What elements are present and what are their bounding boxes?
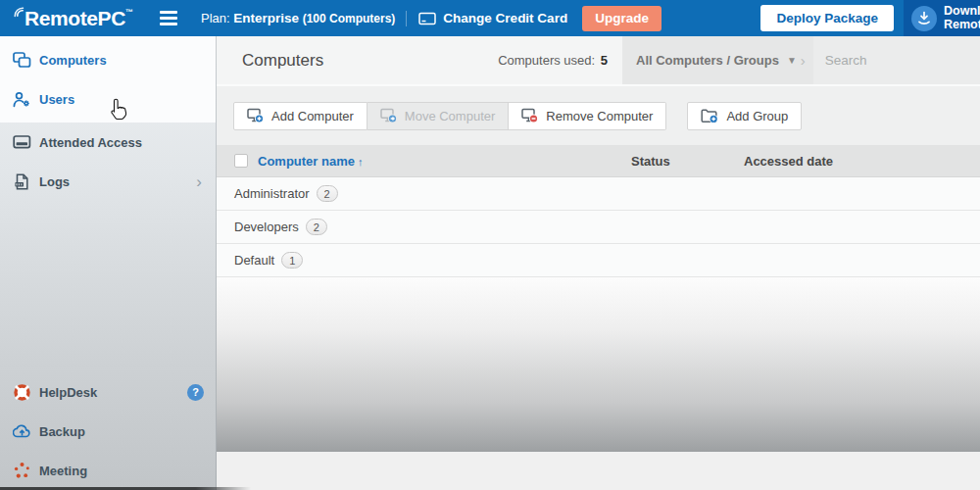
page-title: Computers (242, 51, 323, 71)
main-content: Computers Computers used: 5 All Computer… (217, 36, 980, 490)
credit-card-icon (418, 12, 436, 25)
attended-access-icon (13, 134, 31, 151)
remove-computer-icon (521, 108, 538, 123)
table-row-default[interactable]: Default 1 (217, 244, 980, 277)
change-credit-card-link[interactable]: Change Credit Card (418, 11, 567, 25)
button-label: Move Computer (405, 109, 495, 123)
logo-text: RemotePC (24, 4, 125, 33)
group-name: Default (234, 253, 274, 268)
filter-panel: All Computers / Groups ▼ › (622, 36, 980, 84)
plan-info: Plan: Enterprise (100 Computers) (201, 11, 395, 25)
deploy-package-button[interactable]: Deploy Package (760, 5, 894, 31)
topbar-divider (406, 11, 407, 26)
chevron-down-icon: ▼ (787, 55, 797, 66)
column-status: Status (631, 154, 670, 169)
computers-used-label: Computers used: (498, 53, 595, 68)
meeting-icon (13, 462, 31, 480)
add-group-icon (701, 108, 718, 123)
sidebar-item-helpdesk[interactable]: HelpDesk ? (0, 372, 216, 412)
users-icon (13, 91, 31, 108)
group-count-badge: 2 (317, 185, 338, 202)
column-accessed-date: Accessed date (744, 154, 833, 169)
table-row-developers[interactable]: Developers 2 (217, 211, 980, 244)
logs-icon (13, 173, 31, 190)
computers-icon (13, 52, 31, 69)
backup-icon (13, 423, 31, 439)
sidebar-item-label: Attended Access (39, 135, 142, 150)
content-header: Computers Computers used: 5 All Computer… (217, 36, 980, 86)
sidebar-item-label: HelpDesk (39, 385, 97, 400)
move-computer-button[interactable]: Move Computer (368, 102, 509, 130)
sidebar-item-label: Backup (39, 424, 85, 439)
sidebar-item-meeting[interactable]: Meeting (0, 451, 216, 490)
sidebar-item-logs[interactable]: Logs › (0, 162, 216, 201)
upgrade-button[interactable]: Upgrade (582, 6, 662, 31)
group-count-badge: 1 (281, 252, 303, 269)
plan-value: Enterprise (233, 11, 299, 25)
add-computer-button[interactable]: Add Computer (233, 102, 368, 130)
sidebar-item-label: Computers (39, 53, 107, 68)
download-remotepc-button[interactable]: Download RemotePC (904, 0, 980, 36)
sidebar-item-attended-access[interactable]: Attended Access (0, 122, 216, 162)
helpdesk-icon (13, 383, 31, 402)
plan-label: Plan: (201, 11, 230, 25)
change-credit-card-label: Change Credit Card (443, 11, 567, 25)
computers-groups-dropdown[interactable]: All Computers / Groups ▼ (622, 53, 797, 68)
table-row-administrator[interactable]: Administrator 2 (217, 177, 980, 211)
sidebar-item-label: Users (39, 92, 74, 107)
sidebar-item-users[interactable]: Users (0, 79, 216, 119)
button-label: Remove Computer (546, 109, 653, 123)
sidebar: Computers Users (0, 36, 217, 490)
group-name: Developers (234, 220, 299, 234)
computer-actions-group: Add Computer Move Computer Remov (233, 102, 666, 130)
sidebar-primary-group: Computers Users (0, 36, 216, 122)
empty-area (217, 277, 980, 452)
computers-used-count: Computers used: 5 (498, 53, 608, 68)
search-input[interactable] (813, 53, 980, 68)
group-name: Administrator (234, 186, 310, 201)
sidebar-item-label: Logs (39, 174, 70, 189)
menu-icon[interactable] (160, 8, 179, 28)
move-computer-icon (380, 108, 397, 123)
toolbar: Add Computer Move Computer Remov (217, 86, 980, 145)
group-rows: Administrator 2 Developers 2 Default 1 (217, 177, 980, 277)
button-label: Add Computer (271, 109, 354, 123)
column-computer-name[interactable]: Computer name↑ (258, 154, 363, 169)
add-group-button[interactable]: Add Group (687, 102, 802, 130)
remove-computer-button[interactable]: Remove Computer (509, 102, 666, 130)
select-all-checkbox[interactable] (234, 154, 248, 168)
chevron-right-icon: › (196, 173, 202, 190)
dropdown-label: All Computers / Groups (636, 53, 779, 68)
add-computer-icon (247, 108, 264, 123)
app-logo[interactable]: RemotePC ™ (13, 4, 133, 33)
logo-trademark: ™ (125, 8, 133, 17)
help-icon[interactable]: ? (187, 384, 204, 401)
sidebar-secondary-group: HelpDesk ? Backup (0, 372, 216, 490)
sidebar-item-label: Meeting (39, 464, 87, 478)
sidebar-item-backup[interactable]: Backup (0, 412, 216, 451)
breadcrumb-separator: › (801, 52, 806, 69)
table-header: Computer name↑ Status Accessed date (217, 145, 980, 177)
button-label: Add Group (726, 109, 788, 123)
group-count-badge: 2 (306, 219, 327, 235)
plan-detail: (100 Computers) (303, 12, 396, 25)
sort-ascending-icon: ↑ (358, 156, 364, 168)
sidebar-item-computers[interactable]: Computers (0, 40, 216, 79)
topbar: RemotePC ™ Plan: Enterprise (100 Compute… (0, 0, 980, 36)
search-zone (813, 36, 980, 84)
download-icon (911, 6, 937, 31)
computers-used-value: 5 (601, 53, 608, 68)
download-label: Download RemotePC (944, 5, 980, 31)
